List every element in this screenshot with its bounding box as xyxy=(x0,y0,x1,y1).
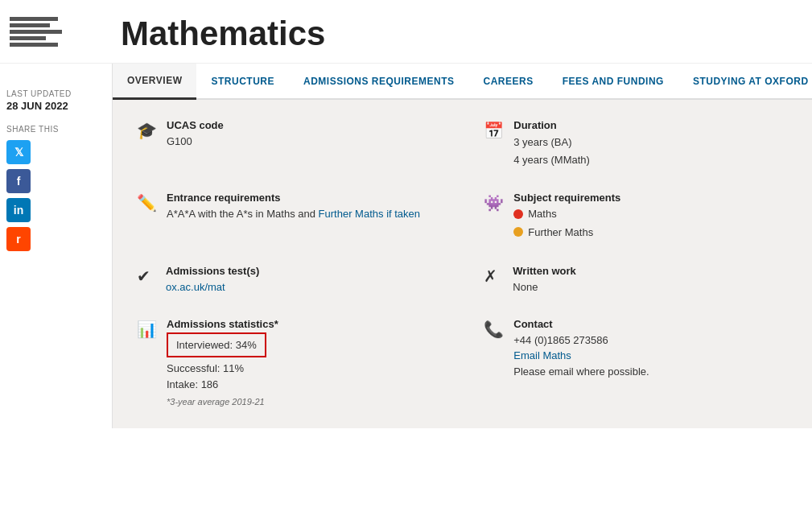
tab-structure[interactable]: STRUCTURE xyxy=(196,64,289,98)
duration-label: Duration xyxy=(513,119,590,131)
content-area: OVERVIEW STRUCTURE ADMISSIONS REQUIREMEN… xyxy=(113,64,812,428)
duration-mmath: 4 years (MMath) xyxy=(513,151,590,169)
subject-requirements-row: 👾 Subject requirements Maths Further Mat… xyxy=(484,192,798,242)
contact-icon: 📞 xyxy=(484,318,504,339)
written-work-icon: ✗ xyxy=(484,265,503,286)
contact-phone: +44 (0)1865 273586 xyxy=(513,332,649,349)
admissions-test-value: ox.ac.uk/mat xyxy=(166,279,259,295)
further-maths-link[interactable]: Further Maths if taken xyxy=(319,208,420,220)
admissions-stats-row: 📊 Admissions statistics* Interviewed: 34… xyxy=(137,318,451,409)
ucas-label: UCAS code xyxy=(167,119,224,131)
subject-icon: 👾 xyxy=(484,192,504,213)
admissions-test-icon: ✔ xyxy=(137,265,156,286)
maths-label: Maths xyxy=(528,206,556,222)
tab-fees-funding[interactable]: FEES AND FUNDING xyxy=(548,64,678,98)
admissions-test-link[interactable]: ox.ac.uk/mat xyxy=(166,281,225,293)
further-maths-dot xyxy=(513,227,523,237)
further-maths-label: Further Maths xyxy=(528,225,593,241)
contact-value: +44 (0)1865 273586 Email Maths Please em… xyxy=(513,332,649,380)
overview-panel: 🎓 UCAS code G100 📅 Duration 3 years (BA)… xyxy=(113,100,812,428)
subject-maths-item: Maths xyxy=(513,206,620,222)
ucas-value: G100 xyxy=(167,134,224,150)
tab-careers[interactable]: CAREERS xyxy=(468,64,547,98)
ucas-code-row: 🎓 UCAS code G100 xyxy=(137,119,451,169)
written-work-value: None xyxy=(513,279,576,295)
share-this-label: SHARE THIS xyxy=(6,125,102,134)
duration-ba: 3 years (BA) xyxy=(513,134,590,151)
entrance-value: A*A*A with the A*s in Maths and Further … xyxy=(167,206,420,222)
intake-text: Intake: 186 xyxy=(167,377,278,393)
admissions-stats-value: Interviewed: 34% Successful: 11% Intake:… xyxy=(167,332,278,409)
sidebar: LAST UPDATED 28 JUN 2022 SHARE THIS 𝕏 f … xyxy=(0,64,113,428)
tab-admissions-requirements[interactable]: ADMISSIONS REQUIREMENTS xyxy=(289,64,469,98)
entrance-label: Entrance requirements xyxy=(167,192,420,204)
last-updated-label: LAST UPDATED xyxy=(6,89,102,98)
admissions-test-label: Admissions test(s) xyxy=(166,265,259,277)
last-updated-date: 28 JUN 2022 xyxy=(6,100,102,112)
entrance-icon: ✏️ xyxy=(137,192,157,213)
written-work-row: ✗ Written work None xyxy=(484,265,798,295)
page-title: Mathematics xyxy=(113,0,812,63)
duration-icon: 📅 xyxy=(484,119,504,140)
entrance-requirements-row: ✏️ Entrance requirements A*A*A with the … xyxy=(137,192,451,242)
duration-value: 3 years (BA) 4 years (MMath) xyxy=(513,134,590,169)
contact-email-link[interactable]: Email Maths xyxy=(513,349,571,361)
facebook-share-button[interactable]: f xyxy=(6,169,31,193)
contact-label: Contact xyxy=(513,318,649,330)
tab-studying-oxford[interactable]: STUDYING AT OXFORD xyxy=(678,64,812,98)
linkedin-share-button[interactable]: in xyxy=(6,198,31,222)
subject-label: Subject requirements xyxy=(513,192,620,204)
interviewed-box: Interviewed: 34% xyxy=(167,332,266,358)
reddit-share-button[interactable]: r xyxy=(6,227,31,251)
contact-row: 📞 Contact +44 (0)1865 273586 Email Maths… xyxy=(484,318,798,409)
social-icons: 𝕏 f in r xyxy=(6,140,102,251)
subject-value: Maths Further Maths xyxy=(513,206,620,240)
admissions-footnote: *3-year average 2019-21 xyxy=(167,395,278,409)
admissions-stats-label: Admissions statistics* xyxy=(167,318,278,330)
twitter-share-button[interactable]: 𝕏 xyxy=(6,140,31,164)
contact-email-note: Please email where possible. xyxy=(513,364,649,380)
subject-further-item: Further Maths xyxy=(513,225,620,241)
interviewed-text: Interviewed: 34% xyxy=(176,339,257,351)
maths-dot xyxy=(513,209,523,219)
info-grid: 🎓 UCAS code G100 📅 Duration 3 years (BA)… xyxy=(137,119,799,409)
admissions-test-row: ✔ Admissions test(s) ox.ac.uk/mat xyxy=(137,265,451,295)
written-work-label: Written work xyxy=(513,265,576,277)
admissions-stats-icon: 📊 xyxy=(137,318,157,339)
ucas-icon: 🎓 xyxy=(137,119,157,140)
duration-row: 📅 Duration 3 years (BA) 4 years (MMath) xyxy=(484,119,798,169)
nav-tabs: OVERVIEW STRUCTURE ADMISSIONS REQUIREMEN… xyxy=(113,64,812,100)
successful-text: Successful: 11% xyxy=(167,361,278,377)
tab-overview[interactable]: OVERVIEW xyxy=(113,64,196,100)
